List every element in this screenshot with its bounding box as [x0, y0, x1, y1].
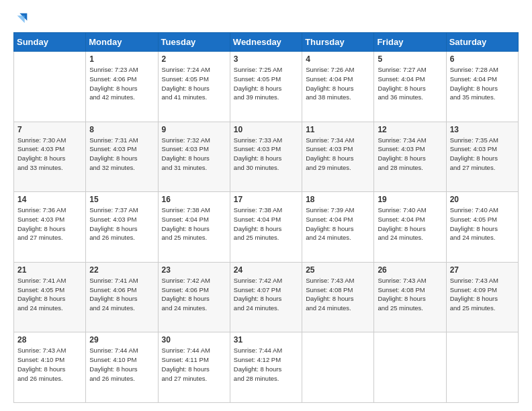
day-info: Sunrise: 7:38 AM Sunset: 4:04 PM Dayligh…: [234, 205, 298, 242]
day-number: 3: [234, 54, 298, 64]
day-info: Sunrise: 7:31 AM Sunset: 4:03 PM Dayligh…: [89, 136, 154, 173]
day-info: Sunrise: 7:40 AM Sunset: 4:04 PM Dayligh…: [378, 205, 442, 242]
day-number: 14: [17, 195, 82, 204]
day-number: 5: [378, 54, 442, 64]
day-info: Sunrise: 7:34 AM Sunset: 4:03 PM Dayligh…: [378, 136, 442, 173]
day-cell: [446, 332, 518, 403]
week-row-4: 21Sunrise: 7:41 AM Sunset: 4:05 PM Dayli…: [14, 262, 519, 332]
day-info: Sunrise: 7:40 AM Sunset: 4:05 PM Dayligh…: [450, 205, 515, 242]
day-info: Sunrise: 7:43 AM Sunset: 4:09 PM Dayligh…: [450, 276, 515, 313]
day-cell: 27Sunrise: 7:43 AM Sunset: 4:09 PM Dayli…: [446, 262, 518, 332]
day-cell: 30Sunrise: 7:44 AM Sunset: 4:11 PM Dayli…: [158, 332, 230, 403]
col-header-friday: Friday: [374, 33, 446, 52]
header: [13, 11, 519, 26]
day-info: Sunrise: 7:30 AM Sunset: 4:03 PM Dayligh…: [17, 136, 82, 173]
day-number: 27: [450, 265, 515, 275]
week-row-2: 7Sunrise: 7:30 AM Sunset: 4:03 PM Daylig…: [14, 122, 519, 192]
col-header-sunday: Sunday: [14, 33, 86, 52]
day-info: Sunrise: 7:25 AM Sunset: 4:05 PM Dayligh…: [234, 65, 298, 102]
col-header-wednesday: Wednesday: [230, 33, 302, 52]
calendar-table: SundayMondayTuesdayWednesdayThursdayFrid…: [13, 32, 519, 403]
day-info: Sunrise: 7:38 AM Sunset: 4:04 PM Dayligh…: [162, 205, 226, 242]
day-number: 17: [234, 195, 298, 204]
day-cell: 29Sunrise: 7:44 AM Sunset: 4:10 PM Dayli…: [86, 332, 158, 403]
day-cell: 26Sunrise: 7:43 AM Sunset: 4:08 PM Dayli…: [374, 262, 446, 332]
day-cell: 19Sunrise: 7:40 AM Sunset: 4:04 PM Dayli…: [374, 192, 446, 263]
day-info: Sunrise: 7:42 AM Sunset: 4:06 PM Dayligh…: [162, 276, 226, 313]
day-cell: 31Sunrise: 7:44 AM Sunset: 4:12 PM Dayli…: [230, 332, 302, 403]
day-info: Sunrise: 7:43 AM Sunset: 4:08 PM Dayligh…: [378, 276, 442, 313]
day-info: Sunrise: 7:39 AM Sunset: 4:04 PM Dayligh…: [306, 205, 370, 242]
day-number: 10: [234, 125, 298, 134]
day-info: Sunrise: 7:26 AM Sunset: 4:04 PM Dayligh…: [306, 65, 370, 102]
day-number: 16: [162, 195, 226, 204]
day-cell: 2Sunrise: 7:24 AM Sunset: 4:05 PM Daylig…: [158, 52, 230, 122]
day-cell: [302, 332, 374, 403]
day-cell: 1Sunrise: 7:23 AM Sunset: 4:06 PM Daylig…: [86, 52, 158, 122]
day-number: 21: [17, 265, 82, 275]
day-info: Sunrise: 7:28 AM Sunset: 4:04 PM Dayligh…: [450, 65, 515, 102]
day-info: Sunrise: 7:44 AM Sunset: 4:12 PM Dayligh…: [234, 346, 298, 383]
day-cell: 16Sunrise: 7:38 AM Sunset: 4:04 PM Dayli…: [158, 192, 230, 263]
day-cell: 5Sunrise: 7:27 AM Sunset: 4:04 PM Daylig…: [374, 52, 446, 122]
day-info: Sunrise: 7:37 AM Sunset: 4:03 PM Dayligh…: [89, 205, 154, 242]
day-cell: 17Sunrise: 7:38 AM Sunset: 4:04 PM Dayli…: [230, 192, 302, 263]
day-cell: 21Sunrise: 7:41 AM Sunset: 4:05 PM Dayli…: [14, 262, 86, 332]
day-cell: 12Sunrise: 7:34 AM Sunset: 4:03 PM Dayli…: [374, 122, 446, 192]
day-number: 25: [306, 265, 370, 275]
day-number: 22: [89, 265, 154, 275]
day-number: 26: [378, 265, 442, 275]
day-cell: 3Sunrise: 7:25 AM Sunset: 4:05 PM Daylig…: [230, 52, 302, 122]
day-cell: 10Sunrise: 7:33 AM Sunset: 4:03 PM Dayli…: [230, 122, 302, 192]
day-number: 11: [306, 125, 370, 134]
day-number: 13: [450, 125, 515, 134]
svg-marker-1: [17, 15, 25, 23]
day-number: 29: [89, 335, 154, 345]
day-cell: 9Sunrise: 7:32 AM Sunset: 4:03 PM Daylig…: [158, 122, 230, 192]
day-number: 8: [89, 125, 154, 134]
day-cell: 7Sunrise: 7:30 AM Sunset: 4:03 PM Daylig…: [14, 122, 86, 192]
day-cell: 15Sunrise: 7:37 AM Sunset: 4:03 PM Dayli…: [86, 192, 158, 263]
day-number: 18: [306, 195, 370, 204]
day-number: 31: [234, 335, 298, 345]
day-cell: 23Sunrise: 7:42 AM Sunset: 4:06 PM Dayli…: [158, 262, 230, 332]
day-info: Sunrise: 7:43 AM Sunset: 4:08 PM Dayligh…: [306, 276, 370, 313]
week-row-5: 28Sunrise: 7:43 AM Sunset: 4:10 PM Dayli…: [14, 332, 519, 403]
day-number: 9: [162, 125, 226, 134]
day-number: 15: [89, 195, 154, 204]
day-info: Sunrise: 7:44 AM Sunset: 4:11 PM Dayligh…: [162, 346, 226, 383]
day-number: 19: [378, 195, 442, 204]
col-header-tuesday: Tuesday: [158, 33, 230, 52]
day-cell: 4Sunrise: 7:26 AM Sunset: 4:04 PM Daylig…: [302, 52, 374, 122]
day-cell: 22Sunrise: 7:41 AM Sunset: 4:06 PM Dayli…: [86, 262, 158, 332]
day-cell: 24Sunrise: 7:42 AM Sunset: 4:07 PM Dayli…: [230, 262, 302, 332]
logo-icon: [15, 11, 30, 26]
col-header-thursday: Thursday: [302, 33, 374, 52]
day-cell: 6Sunrise: 7:28 AM Sunset: 4:04 PM Daylig…: [446, 52, 518, 122]
day-cell: 18Sunrise: 7:39 AM Sunset: 4:04 PM Dayli…: [302, 192, 374, 263]
day-number: 20: [450, 195, 515, 204]
day-cell: 11Sunrise: 7:34 AM Sunset: 4:03 PM Dayli…: [302, 122, 374, 192]
col-header-monday: Monday: [86, 33, 158, 52]
calendar-page: SundayMondayTuesdayWednesdayThursdayFrid…: [0, 0, 532, 411]
day-number: 12: [378, 125, 442, 134]
day-number: 6: [450, 54, 515, 64]
day-cell: [374, 332, 446, 403]
day-number: 7: [17, 125, 82, 134]
day-number: 23: [162, 265, 226, 275]
day-cell: 14Sunrise: 7:36 AM Sunset: 4:03 PM Dayli…: [14, 192, 86, 263]
day-info: Sunrise: 7:35 AM Sunset: 4:03 PM Dayligh…: [450, 136, 515, 173]
day-info: Sunrise: 7:24 AM Sunset: 4:05 PM Dayligh…: [162, 65, 226, 102]
col-header-saturday: Saturday: [446, 33, 518, 52]
day-info: Sunrise: 7:44 AM Sunset: 4:10 PM Dayligh…: [89, 346, 154, 383]
day-cell: 25Sunrise: 7:43 AM Sunset: 4:08 PM Dayli…: [302, 262, 374, 332]
day-number: 4: [306, 54, 370, 64]
day-info: Sunrise: 7:27 AM Sunset: 4:04 PM Dayligh…: [378, 65, 442, 102]
day-cell: 8Sunrise: 7:31 AM Sunset: 4:03 PM Daylig…: [86, 122, 158, 192]
day-number: 30: [162, 335, 226, 345]
day-cell: 28Sunrise: 7:43 AM Sunset: 4:10 PM Dayli…: [14, 332, 86, 403]
week-row-3: 14Sunrise: 7:36 AM Sunset: 4:03 PM Dayli…: [14, 192, 519, 263]
week-row-1: 1Sunrise: 7:23 AM Sunset: 4:06 PM Daylig…: [14, 52, 519, 122]
day-info: Sunrise: 7:34 AM Sunset: 4:03 PM Dayligh…: [306, 136, 370, 173]
day-info: Sunrise: 7:36 AM Sunset: 4:03 PM Dayligh…: [17, 205, 82, 242]
